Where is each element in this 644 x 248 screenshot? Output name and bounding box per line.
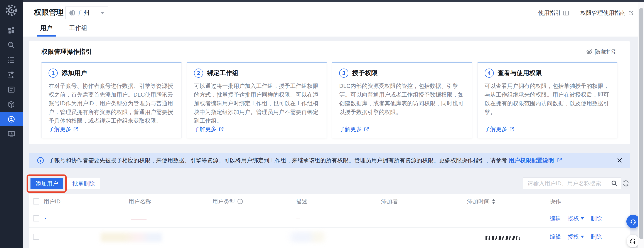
banner-message: 子账号和协作者需要先被授予相应的权限，来使用数据、引擎等资源。可以将用户绑定到工… <box>48 157 507 164</box>
step-title: 授予权限 <box>352 69 378 77</box>
scrollbar-thumb[interactable] <box>639 8 643 239</box>
permission-user-icon <box>8 115 15 123</box>
hide-guide-label: 隐藏指引 <box>595 48 618 56</box>
refresh-icon <box>622 180 630 187</box>
add-user-button[interactable]: 添加用户 <box>30 178 63 189</box>
header-links: 使用指引 权限管理使用指南 <box>538 9 634 17</box>
sidebar-item-document[interactable] <box>0 83 23 97</box>
usage-guide-label: 使用指引 <box>538 9 561 17</box>
redacted-user-name <box>131 219 146 220</box>
sidebar <box>0 0 23 248</box>
permission-manual-link[interactable]: 权限管理使用指南 <box>580 9 634 17</box>
row-checkbox[interactable] <box>33 234 39 240</box>
tab-users[interactable]: 用户 <box>39 24 54 36</box>
close-icon[interactable] <box>616 157 623 164</box>
learn-more-label: 了解更多 <box>485 125 507 133</box>
permission-doc-link[interactable]: 用户权限配置说明 <box>508 157 554 164</box>
authorize-dropdown[interactable]: 授权 <box>568 233 584 241</box>
info-banner: 子账号和协作者需要先被授予相应的权限，来使用数据、引擎等资源。可以将用户绑定到工… <box>29 153 630 168</box>
select-all-checkbox[interactable] <box>33 198 39 205</box>
document-card-icon <box>8 86 15 94</box>
learn-more-link[interactable]: 了解更多 <box>48 125 174 133</box>
step-description: 可以查看用户拥有的权限，包括单独授予的权限，与从工作组继承来的权限。用户在被授权… <box>485 82 610 116</box>
col-user-name: 用户名称 <box>128 194 151 209</box>
page-header: 权限管理 广州 使用指引 权限管理使用指南 用户 工作组 <box>23 2 644 36</box>
sidebar-item-config[interactable] <box>0 68 23 82</box>
top-window-strip <box>0 0 644 2</box>
sidebar-item-monitor[interactable] <box>0 127 23 141</box>
app-logo-icon <box>5 4 18 16</box>
learn-more-link[interactable]: 了解更多 <box>339 125 465 133</box>
guide-steps: 1 添加用户 在对子账号、协作者账号进行数据、引擎等资源授权之前，首先需要首先添… <box>41 62 618 138</box>
delete-link[interactable]: 删除 <box>591 215 602 222</box>
usage-guide-link[interactable]: 使用指引 <box>538 9 569 17</box>
search-input[interactable] <box>523 178 608 189</box>
col-actions: 操作 <box>550 194 561 209</box>
learn-more-link[interactable]: 了解更多 <box>485 125 610 133</box>
permission-manual-label: 权限管理使用指南 <box>580 9 626 17</box>
step-number-badge: 2 <box>194 68 203 78</box>
notification-cloud-button[interactable] <box>626 235 639 247</box>
row-checkbox[interactable] <box>33 215 39 222</box>
config-sliders-icon <box>8 71 15 79</box>
search-box <box>523 178 621 189</box>
external-link-icon <box>218 126 224 132</box>
col-user-type-label: 用户类型 <box>212 194 235 209</box>
step-number-badge: 3 <box>339 68 348 78</box>
sidebar-item-overview[interactable] <box>0 23 23 37</box>
chevron-down-icon <box>581 236 584 238</box>
eye-off-icon <box>586 48 592 55</box>
edit-link[interactable]: 编辑 <box>550 233 561 241</box>
step-title: 绑定工作组 <box>207 69 238 77</box>
guide-step-card-3: 3 授予权限 DLC内部的资源受权限的管控，包括数据、引擎等。可以向普通用户或者… <box>332 62 472 138</box>
description-cell: -- <box>296 228 300 246</box>
hide-guide-button[interactable]: 隐藏指引 <box>586 48 618 56</box>
dlc-permission-console: { "header": { "title": "权限管理", "region":… <box>0 0 644 248</box>
info-tooltip-icon[interactable] <box>237 198 243 205</box>
col-user-id: 用户ID <box>44 194 60 209</box>
col-description: 描述 <box>296 194 308 209</box>
sidebar-item-engine[interactable] <box>0 97 23 111</box>
tab-workgroups-label: 工作组 <box>69 24 87 31</box>
edit-link[interactable]: 编辑 <box>550 215 561 222</box>
page-title: 权限管理 <box>34 7 64 17</box>
step-description: DLC内部的资源受权限的管控，包括数据、引擎等。可以向普通用户或者工作组授予数据… <box>339 82 465 116</box>
guide-panel: 权限管理操作指引 隐藏指引 1 添加用户 在对子账号、协作者账号进行数据、引擎等… <box>29 41 630 144</box>
tab-workgroups[interactable]: 工作组 <box>68 24 88 36</box>
table-row: -- 编辑 授权 删除 <box>29 228 630 246</box>
refresh-button[interactable] <box>622 180 630 187</box>
panel-guide-icon <box>563 10 569 16</box>
chevron-down-icon <box>100 12 104 14</box>
table-header-row: 用户ID 用户名称 用户类型 描述 添加者 添加时间 操作 <box>29 194 630 209</box>
authorize-dropdown[interactable]: 授权 <box>568 215 584 222</box>
col-user-type: 用户类型 <box>212 194 243 209</box>
banner-text: 子账号和协作者需要先被授予相应的权限，来使用数据、引擎等资源。可以将用户绑定到工… <box>48 157 562 164</box>
delete-link[interactable]: 删除 <box>591 233 602 241</box>
user-table: 用户ID 用户名称 用户类型 描述 添加者 添加时间 操作 -- 编辑 授权 删… <box>29 194 630 248</box>
region-selector[interactable]: 广州 <box>65 6 108 19</box>
learn-more-label: 了解更多 <box>48 125 71 133</box>
col-added-time: 添加时间 <box>467 194 495 209</box>
authorize-label: 授权 <box>568 233 579 241</box>
guide-step-card-2: 2 绑定工作组 可以通过将一批用户加入工作组，授予工作组权限的方式，批量授予这批… <box>187 62 327 138</box>
step-description: 在对子账号、协作者账号进行数据、引擎等资源授权之前，首先需要首先添加用户。DLC… <box>48 82 174 125</box>
search-icon[interactable] <box>611 180 618 187</box>
sidebar-item-task-list[interactable] <box>0 53 23 67</box>
external-link-icon <box>73 126 78 132</box>
step-number-badge: 4 <box>485 68 494 78</box>
redacted-user-type <box>286 232 325 242</box>
dashboard-grid-icon <box>8 26 15 34</box>
scrollbar-track[interactable] <box>638 2 644 248</box>
step-title: 添加用户 <box>62 69 87 77</box>
redacted-user-id <box>45 218 46 219</box>
col-added-time-label: 添加时间 <box>467 194 490 209</box>
guide-panel-title: 权限管理操作指引 <box>41 47 92 56</box>
sidebar-item-data-explore[interactable] <box>0 38 23 52</box>
sidebar-item-permission[interactable] <box>0 112 23 126</box>
batch-delete-button[interactable]: 批量删除 <box>67 178 100 189</box>
sort-icon[interactable] <box>492 199 495 204</box>
redacted-user-name <box>101 233 162 242</box>
learn-more-link[interactable]: 了解更多 <box>194 125 320 133</box>
table-row: -- 编辑 授权 删除 <box>29 209 630 228</box>
col-added-by: 添加者 <box>381 194 398 209</box>
